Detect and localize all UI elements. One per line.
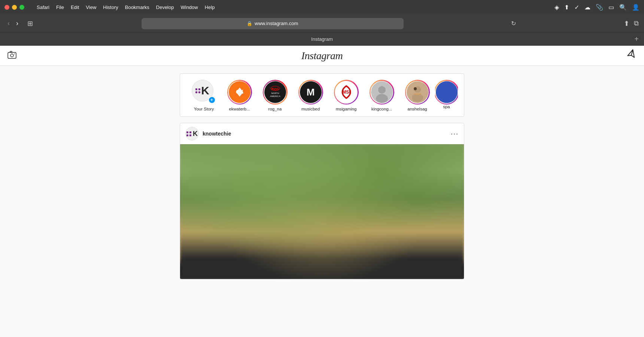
your-story-avatar-wrapper: K + (192, 80, 216, 104)
search-icon[interactable]: 🔍 (619, 4, 627, 11)
script-editor-icon[interactable]: ◈ (555, 4, 559, 11)
airplay-icon[interactable]: ▭ (608, 4, 614, 11)
svg-rect-19 (414, 93, 421, 95)
toolbar-right: ⬆ ⧉ (624, 19, 639, 28)
ekwaterb-avatar: ek (229, 81, 250, 103)
menu-help[interactable]: Help (205, 4, 215, 10)
post-username[interactable]: knowtechie (203, 131, 447, 137)
cloud-icon[interactable]: ☁ (584, 4, 590, 11)
tab-bar: Instagram + (0, 33, 644, 46)
menu-bookmarks[interactable]: Bookmarks (125, 4, 149, 10)
minimize-button[interactable] (12, 5, 17, 10)
instagram-logo: Instagram (301, 50, 343, 62)
story-item-rog-na[interactable]: ROG NORTH AMERICA rog_na (257, 80, 293, 111)
send-icon[interactable] (625, 49, 639, 63)
story-ring-kingcong (370, 80, 394, 104)
story-item-msigaming[interactable]: MSI msigaming (328, 80, 364, 111)
story-item-anshelsag[interactable]: anshelsag (400, 80, 435, 111)
menu-window[interactable]: Window (180, 4, 198, 10)
rog-avatar: ROG NORTH AMERICA (264, 81, 286, 103)
svg-point-3 (14, 54, 15, 54)
k-dot (198, 91, 200, 93)
back-button[interactable]: ‹ (5, 19, 12, 28)
svg-text:NORTH: NORTH (271, 92, 279, 94)
k-dot (186, 131, 188, 133)
ig-header: Instagram (0, 46, 644, 66)
safari-toolbar: ‹ › ⊞ 🔒 www.instagram.com ↻ ⬆ ⧉ (0, 14, 644, 33)
k-dot (186, 134, 188, 136)
svg-text:MSI: MSI (342, 89, 350, 95)
checkmark-icon[interactable]: ✓ (574, 4, 579, 11)
menu-history[interactable]: History (103, 4, 118, 10)
spa-avatar (436, 81, 458, 103)
fullscreen-button[interactable] (19, 5, 24, 10)
share-button[interactable]: ⬆ (624, 19, 629, 28)
k-dot (189, 131, 191, 133)
address-bar[interactable]: 🔒 www.instagram.com (142, 18, 404, 29)
camera-icon[interactable] (7, 51, 16, 61)
story-ring-inner-king (370, 81, 393, 104)
new-tab-button[interactable]: + (634, 35, 639, 43)
tab-title[interactable]: Instagram (311, 36, 333, 42)
story-item-musicbed[interactable]: M musicbed (293, 80, 328, 111)
post-container: K knowtechie ··· (180, 123, 464, 279)
story-ring-ekwaterb: ek (227, 80, 252, 104)
menu-safari[interactable]: Safari (37, 4, 49, 10)
story-ring-inner-spa (435, 81, 458, 104)
close-button[interactable] (4, 5, 9, 10)
post-image (180, 144, 464, 279)
k-dots (195, 88, 200, 93)
post-more-button[interactable]: ··· (451, 130, 459, 137)
k-dot (195, 91, 197, 93)
story-item-ekwaterb[interactable]: ek ekwaterb... (222, 80, 257, 111)
lock-icon: 🔒 (247, 21, 252, 26)
musicbed-avatar: M (300, 81, 322, 103)
anshel-avatar (407, 81, 428, 103)
svg-rect-0 (8, 52, 16, 58)
svg-point-18 (414, 87, 417, 90)
svg-text:ek: ek (236, 88, 243, 95)
story-ring-rog-na: ROG NORTH AMERICA (263, 80, 288, 104)
story-username-king: kingcong... (371, 107, 392, 111)
reload-button[interactable]: ↻ (509, 19, 518, 28)
user-avatar[interactable]: 👤 (632, 4, 640, 11)
story-item-kingcong[interactable]: kingcong... (364, 80, 400, 111)
story-username-rog: rog_na (268, 107, 282, 111)
post-avatar[interactable]: K (185, 127, 199, 140)
story-username-spa: spa (443, 104, 450, 109)
story-ring-anshel (405, 80, 430, 104)
story-ring-inner: ek (228, 81, 251, 104)
story-item-spa[interactable]: spa (435, 80, 458, 109)
macos-menubar: Safari File Edit View History Bookmarks … (0, 0, 644, 14)
post-header: K knowtechie ··· (180, 123, 464, 144)
nav-buttons: ‹ › (5, 19, 21, 28)
svg-rect-2 (10, 51, 12, 52)
menu-view[interactable]: View (86, 4, 96, 10)
svg-point-13 (378, 86, 386, 94)
svg-point-17 (412, 94, 423, 102)
forward-button[interactable]: › (14, 19, 21, 28)
sidebar-toggle[interactable]: ⊞ (24, 19, 36, 28)
story-ring-inner-rog: ROG NORTH AMERICA (264, 81, 286, 104)
system-icons: ◈ ⬆ ✓ ☁ 📎 ▭ 🔍 👤 (555, 4, 640, 11)
upload-icon[interactable]: ⬆ (564, 4, 569, 11)
stories-container: K + Your Story ek ekwaterb... (180, 73, 464, 117)
menu-edit[interactable]: Edit (71, 4, 79, 10)
story-ring-inner-msi: MSI (335, 81, 358, 104)
url-text: www.instagram.com (255, 21, 298, 26)
instagram-page: Instagram K + (0, 46, 644, 337)
story-item-your-story[interactable]: K + Your Story (186, 80, 222, 111)
king-avatar (371, 81, 393, 103)
menu-file[interactable]: File (56, 4, 64, 10)
traffic-lights[interactable] (4, 5, 24, 10)
svg-point-1 (10, 54, 13, 57)
story-ring-msigaming: MSI (334, 80, 359, 104)
menu-develop[interactable]: Develop (156, 4, 174, 10)
story-username-ekwaterb: ekwaterb... (229, 107, 250, 111)
svg-point-14 (376, 94, 388, 103)
story-username-musicbed: musicbed (301, 107, 320, 111)
paperclip-icon[interactable]: 📎 (596, 4, 603, 11)
add-story-badge[interactable]: + (208, 96, 216, 104)
k-dot (189, 134, 191, 136)
new-tab-expand[interactable]: ⧉ (634, 19, 639, 27)
